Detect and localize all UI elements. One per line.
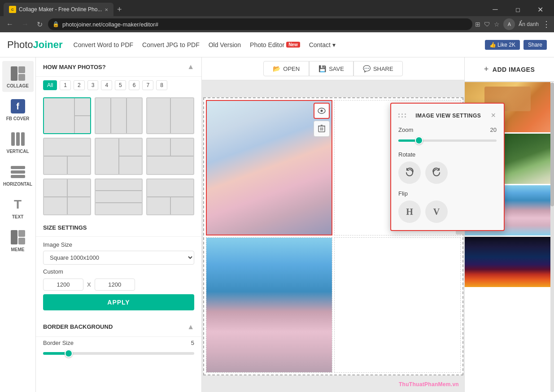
how-many-title: HOW MANY PHOTOS? — [43, 64, 106, 70]
back-button[interactable]: ← — [4, 19, 16, 29]
zoom-label: Zoom — [398, 126, 413, 133]
fb-share-button[interactable]: Share — [523, 40, 547, 50]
nav-link-convert-word[interactable]: Convert Word to PDF — [74, 41, 134, 48]
sidebar-item-vertical[interactable]: VERTICAL — [2, 126, 34, 157]
vertical-icon — [11, 132, 25, 146]
custom-height-input[interactable] — [95, 279, 135, 291]
panel-scrollbar[interactable] — [550, 83, 554, 392]
nav-link-contact[interactable]: Contact ▾ — [309, 41, 336, 48]
layout-option-9[interactable] — [146, 179, 194, 215]
thumbnail-4[interactable] — [465, 237, 550, 288]
count-7[interactable]: 7 — [142, 80, 153, 90]
menu-icon[interactable]: ⋮ — [542, 19, 550, 29]
rotate-right-button[interactable] — [425, 161, 448, 184]
modal-close-button[interactable]: × — [490, 111, 497, 120]
border-bg-toggle-icon[interactable]: ▲ — [187, 323, 194, 331]
profile-icon[interactable]: A — [503, 18, 515, 30]
rotate-buttons — [398, 161, 497, 184]
modal-title: IMAGE VIEW SETTINGS — [415, 113, 481, 119]
custom-width-input[interactable] — [43, 279, 83, 291]
nav-photo-editor[interactable]: Photo Editor New — [250, 41, 300, 48]
flip-vertical-button[interactable]: V — [425, 200, 448, 223]
save-icon: 💾 — [318, 65, 326, 72]
refresh-button[interactable]: ↻ — [34, 19, 45, 30]
image-size-select[interactable]: Square 1000x1000 — [43, 251, 194, 265]
layout-option-1[interactable] — [43, 97, 91, 134]
count-1[interactable]: 1 — [60, 80, 71, 90]
dimension-separator: X — [87, 281, 91, 288]
border-section: Border Size 5 — [36, 340, 201, 358]
forward-button[interactable]: → — [19, 19, 31, 29]
layout-option-2[interactable] — [95, 97, 143, 134]
layout-option-4[interactable] — [43, 138, 91, 174]
custom-label: Custom — [43, 268, 63, 275]
nav-link-convert-jpg[interactable]: Convert JPG to PDF — [142, 41, 200, 48]
save-button[interactable]: 💾 SAVE — [309, 61, 353, 76]
sidebar-item-text[interactable]: T TEXT — [2, 192, 34, 223]
layout-option-8[interactable] — [95, 179, 143, 215]
layout-option-5[interactable] — [95, 138, 143, 174]
add-images-button[interactable]: + ADD IMAGES — [465, 57, 554, 82]
custom-dimensions: X — [43, 279, 194, 291]
delete-button[interactable] — [314, 121, 330, 137]
layout-option-7[interactable] — [43, 179, 91, 215]
svg-point-1 — [320, 109, 323, 112]
nav-link-old-version[interactable]: Old Version — [209, 41, 241, 48]
how-many-photos-header: HOW MANY PHOTOS? ▲ — [36, 57, 201, 77]
browser-tab[interactable]: C Collage Maker - Free Online Pho... × — [4, 3, 113, 16]
count-5[interactable]: 5 — [115, 80, 126, 90]
sidebar-item-horizontal[interactable]: HORIZONTAL — [2, 159, 34, 190]
rotate-section: Rotate — [398, 151, 497, 184]
star-icon[interactable]: ☆ — [494, 21, 500, 28]
close-button[interactable]: ✕ — [530, 3, 550, 16]
tab-close-icon[interactable]: × — [105, 6, 108, 13]
url-bar[interactable] — [48, 18, 472, 30]
canvas-cell-4[interactable] — [334, 237, 461, 373]
flip-horizontal-button[interactable]: H — [398, 200, 421, 223]
top-nav: Photo Joiner Convert Word to PDF Convert… — [0, 32, 554, 57]
apply-button[interactable]: APPLY — [43, 294, 194, 310]
size-settings-title: SIZE SETTINGS — [43, 224, 87, 231]
open-button[interactable]: 📂 OPEN — [263, 61, 309, 76]
new-tab-button[interactable]: + — [113, 5, 126, 14]
share-icon: 💬 — [363, 65, 371, 72]
sidebar-item-collage[interactable]: COLLAGE — [2, 61, 34, 92]
count-2[interactable]: 2 — [74, 80, 85, 90]
control-panel: HOW MANY PHOTOS? ▲ All 1 2 3 4 5 6 7 8 — [36, 57, 202, 392]
zoom-slider[interactable] — [398, 136, 497, 145]
canvas-cell-3[interactable] — [206, 237, 332, 373]
how-many-toggle-icon[interactable]: ▲ — [187, 63, 194, 71]
add-images-icon: + — [484, 65, 489, 74]
count-all[interactable]: All — [43, 80, 57, 90]
view-eye-button[interactable] — [314, 103, 330, 119]
sidebar-label-vertical: VERTICAL — [7, 149, 29, 154]
sidebar-item-fb-cover[interactable]: f FB COVER — [2, 94, 34, 125]
shield-icon[interactable]: 🛡 — [484, 21, 490, 28]
sidebar-item-meme[interactable]: MEME — [2, 225, 34, 256]
badge-new: New — [286, 42, 300, 48]
fb-like-button[interactable]: 👍 Like 2K — [485, 40, 520, 50]
count-8[interactable]: 8 — [156, 80, 167, 90]
collage-icon — [11, 66, 25, 81]
border-size-label: Border Size — [43, 340, 74, 346]
border-size-slider[interactable] — [43, 349, 194, 358]
minimize-button[interactable]: ─ — [485, 3, 506, 16]
custom-row: Custom — [43, 268, 194, 275]
layout-option-6[interactable] — [146, 138, 194, 174]
zoom-section: Zoom 20 — [398, 126, 497, 145]
layout-grids — [36, 94, 201, 219]
count-6[interactable]: 6 — [129, 80, 140, 90]
border-size-row: Border Size 5 — [43, 340, 194, 346]
count-3[interactable]: 3 — [87, 80, 99, 90]
share-button[interactable]: 💬 SHARE — [353, 61, 403, 76]
translate-icon[interactable]: ⊞ — [475, 21, 480, 28]
logo[interactable]: Photo Joiner — [7, 39, 63, 51]
layout-option-3[interactable] — [146, 97, 194, 134]
count-4[interactable]: 4 — [101, 80, 112, 90]
rotate-label: Rotate — [398, 151, 497, 158]
modal-drag-handle[interactable] — [398, 113, 406, 118]
maximize-button[interactable]: ◻ — [507, 3, 528, 16]
canvas-cell-1[interactable] — [206, 100, 332, 235]
zoom-value: 20 — [490, 126, 497, 133]
rotate-left-button[interactable] — [398, 161, 421, 184]
